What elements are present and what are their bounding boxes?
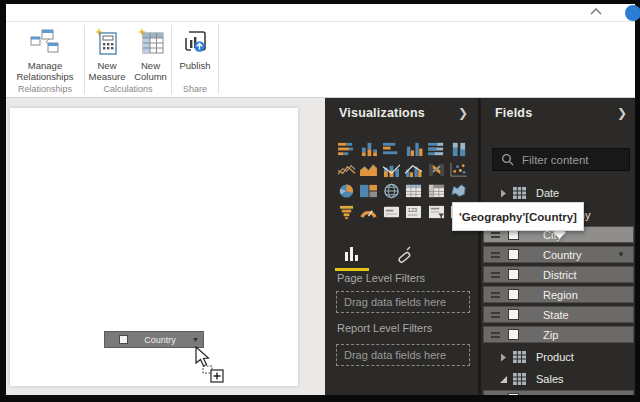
table-icon <box>513 373 526 385</box>
funnel-icon[interactable] <box>335 201 358 222</box>
drag-handle-icon[interactable] <box>491 332 500 338</box>
collapse-triangle-icon[interactable] <box>497 353 509 362</box>
pie-chart-icon[interactable] <box>335 180 358 201</box>
field-dropdown-caret-icon[interactable]: ▼ <box>617 250 625 259</box>
drag-handle-icon[interactable] <box>491 312 500 318</box>
clustered-bar-chart-icon[interactable] <box>380 138 403 159</box>
multi-row-card-icon[interactable]: 123 <box>403 201 426 222</box>
fields-tab[interactable] <box>335 242 369 266</box>
field-table-row-sales[interactable]: Sales <box>483 370 634 388</box>
slicer-label: Country <box>128 335 192 345</box>
expand-triangle-icon[interactable] <box>497 375 509 384</box>
field-chip-label: State <box>543 309 569 321</box>
format-tab[interactable] <box>387 242 421 266</box>
page-filters-drop-zone[interactable]: Drag data fields here <box>336 291 470 313</box>
field-chip-zip[interactable]: Zip <box>483 326 634 343</box>
collapse-fields-icon[interactable]: ❯ <box>617 106 627 120</box>
visualizations-title: Visualizations <box>339 106 425 120</box>
svg-text:123: 123 <box>408 207 417 213</box>
area-chart-icon[interactable] <box>358 159 381 180</box>
matrix-icon[interactable] <box>425 180 448 201</box>
table-icon <box>513 351 526 363</box>
new-measure-icon <box>94 27 120 57</box>
drag-handle-icon[interactable] <box>491 252 500 258</box>
field-checkbox[interactable] <box>508 249 519 260</box>
fields-title: Fields <box>495 106 532 120</box>
collapse-ribbon-icon[interactable] <box>589 6 603 18</box>
stacked-column-chart-icon[interactable] <box>358 138 381 159</box>
new-measure-label: New Measure <box>86 60 129 82</box>
drag-handle-icon[interactable] <box>491 232 500 238</box>
field-checkbox[interactable] <box>508 289 519 300</box>
fields-panel: Fields ❯ DateGeographyCityCountry▼Distri… <box>481 98 635 395</box>
drag-handle-icon[interactable] <box>491 292 500 298</box>
ribbon-separator <box>218 25 219 94</box>
manage-relationships-button[interactable]: Manage Relationships <box>9 24 81 83</box>
ribbon: Manage Relationships Relationships <box>6 21 635 98</box>
report-level-filters-label: Report Level Filters <box>337 322 432 334</box>
ribbon-group-calculations: New Measure New Column Calc <box>85 22 171 97</box>
line-chart-icon[interactable] <box>335 159 358 180</box>
field-table-label: Sales <box>536 373 564 385</box>
filled-map-icon[interactable] <box>448 180 471 201</box>
slicer-icon[interactable] <box>425 201 448 222</box>
hundred-stacked-column-chart-icon[interactable] <box>448 138 471 159</box>
manage-relationships-icon <box>30 27 60 57</box>
map-icon[interactable] <box>380 180 403 201</box>
search-icon <box>501 153 514 166</box>
report-filters-drop-zone[interactable]: Drag data fields here <box>336 344 470 366</box>
fields-tab-bar-chart-icon <box>344 246 360 262</box>
field-chip-label: District <box>543 269 577 281</box>
field-table-row-product[interactable]: Product <box>483 348 634 366</box>
treemap-icon[interactable] <box>358 180 381 201</box>
field-chip-district[interactable]: District <box>483 266 634 283</box>
slicer-checkbox[interactable] <box>119 335 128 344</box>
table-icon[interactable] <box>403 180 426 201</box>
table-icon <box>513 187 526 199</box>
publish-button[interactable]: Publish <box>173 24 217 83</box>
country-slicer[interactable]: Country ▼ <box>104 331 204 348</box>
collapse-triangle-icon[interactable] <box>497 189 509 198</box>
new-column-button[interactable]: New Column <box>131 24 171 83</box>
field-chip-partial[interactable] <box>483 390 634 395</box>
field-chip-state[interactable]: State <box>483 306 634 323</box>
line-clustered-column-chart-icon[interactable] <box>403 159 426 180</box>
clustered-column-chart-icon[interactable] <box>403 138 426 159</box>
line-stacked-column-chart-icon[interactable] <box>380 159 403 180</box>
field-chip-label: Region <box>543 289 578 301</box>
page-level-filters-label: Page Level Filters <box>337 272 425 284</box>
manage-relationships-label: Manage Relationships <box>13 60 77 82</box>
hundred-stacked-bar-chart-icon[interactable] <box>425 138 448 159</box>
field-search-input[interactable] <box>520 153 620 167</box>
help-icon[interactable] <box>625 5 640 21</box>
publish-icon <box>181 27 209 57</box>
drag-handle-icon[interactable] <box>491 272 500 278</box>
ribbon-group-label-relationships: Relationships <box>18 83 72 96</box>
field-search-box[interactable] <box>492 148 630 171</box>
field-checkbox[interactable] <box>508 269 519 280</box>
field-chip-country[interactable]: Country▼ <box>483 246 634 263</box>
ribbon-group-label-share: Share <box>183 83 207 96</box>
field-table-label: Date <box>536 187 559 199</box>
field-checkbox[interactable] <box>508 329 519 340</box>
slicer-dropdown-caret-icon[interactable]: ▼ <box>192 336 199 343</box>
ribbon-group-share: Publish Share <box>172 22 218 97</box>
field-chip-label: Country <box>543 249 582 261</box>
stacked-bar-chart-icon[interactable] <box>335 138 358 159</box>
ribbon-chart-icon[interactable] <box>425 159 448 180</box>
ribbon-group-relationships: Manage Relationships Relationships <box>6 22 84 97</box>
title-bar <box>6 4 635 21</box>
field-reference-tooltip: 'Geography'[Country] <box>452 202 584 231</box>
field-chip-region[interactable]: Region <box>483 286 634 303</box>
new-measure-button[interactable]: New Measure <box>86 24 129 83</box>
ribbon-group-label-calculations: Calculations <box>103 83 152 96</box>
field-checkbox[interactable] <box>508 393 519 395</box>
field-checkbox[interactable] <box>508 309 519 320</box>
gauge-icon[interactable] <box>358 201 381 222</box>
field-table-row-date[interactable]: Date <box>483 184 634 202</box>
card-icon[interactable] <box>380 201 403 222</box>
scatter-chart-icon[interactable] <box>448 159 471 180</box>
visualization-type-grid: 123 <box>335 138 470 222</box>
format-paint-roller-icon <box>395 245 413 263</box>
collapse-visualizations-icon[interactable]: ❯ <box>458 106 468 120</box>
